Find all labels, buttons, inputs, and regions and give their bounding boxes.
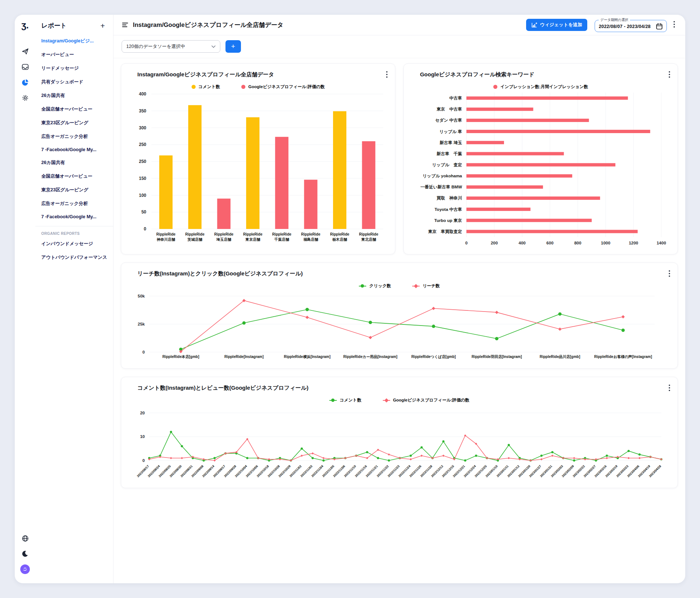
data-point [181, 445, 183, 447]
date-range-field[interactable]: データ期間の選択 2022/08/07 - 2023/04/28 [595, 18, 667, 32]
settings-icon[interactable] [18, 91, 32, 104]
data-point [369, 336, 372, 339]
svg-text:中古車: 中古車 [449, 96, 462, 100]
data-point [366, 451, 368, 453]
chart-card-reach-clicks: リーチ数(Instagram)とクリック数(Googleビジネスプロフィール) … [121, 263, 678, 369]
legend-marker [493, 85, 497, 89]
card-menu-button[interactable] [384, 70, 390, 80]
sidebar-report-item[interactable]: 7 -Facebook/Google My... [35, 143, 113, 156]
organic-reports-label: ORGANIC REPORTS [35, 226, 113, 237]
datasource-select-value: 120個のデータソーを選択中 [126, 44, 185, 50]
date-range-value: 2022/08/07 - 2023/04/28 [599, 24, 651, 29]
sidebar-report-item[interactable]: 広告オーガニック分析 [35, 130, 113, 143]
line-chart-plot: 201002022/08/172022/08/242022/08/252022/… [128, 404, 671, 483]
legend-marker [383, 399, 390, 402]
paper-plane-icon[interactable] [18, 45, 32, 58]
svg-text:RippleRide: RippleRide [214, 232, 234, 236]
app-window: ʒ. レポート + Instagram/Goog [15, 15, 685, 583]
sidebar-report-item[interactable]: 広告オーガニック分析 [35, 197, 113, 211]
data-point [432, 307, 435, 310]
chart-card-comments-reviews: コメント数(Instagram)とレビュー数(Googleビジネスプロフィール)… [121, 377, 678, 488]
toolbar: 120個のデータソーを選択中 + [113, 35, 685, 55]
data-point [442, 455, 444, 457]
sidebar-report-item[interactable]: 26カ国共有 [35, 89, 113, 102]
page-title: Instagram/Googleビジネスプロフィール全店舗データ [133, 21, 284, 29]
page-header: Instagram/Googleビジネスプロフィール全店舗データ ウィジェットを… [113, 15, 685, 35]
data-point [573, 459, 575, 462]
svg-text:一番近い新古車 BMW: 一番近い新古車 BMW [420, 184, 462, 189]
messages-icon[interactable] [18, 60, 32, 73]
data-point [622, 315, 625, 319]
svg-text:350: 350 [139, 108, 146, 114]
data-point [305, 316, 309, 319]
svg-text:リップル 車: リップル 車 [439, 129, 462, 134]
header-menu-button[interactable] [671, 20, 677, 30]
add-datasource-button[interactable]: + [225, 40, 241, 53]
svg-text:RippleRide: RippleRide [156, 232, 176, 236]
legend-item: インプレッション数:月間インプレッション数 [493, 84, 588, 90]
sidebar-report-item[interactable]: 26カ国共有 [35, 156, 113, 170]
legend-marker [412, 284, 420, 288]
sidebar-report-item[interactable]: Instagram/Googleビジ... [35, 34, 113, 48]
bar [466, 97, 628, 100]
data-point [311, 457, 314, 459]
svg-text:神奈川店舗: 神奈川店舗 [156, 237, 175, 241]
svg-text:東京 車買取査定: 東京 車買取査定 [428, 229, 462, 234]
svg-text:東北店舗: 東北店舗 [361, 237, 376, 241]
bar [466, 208, 531, 211]
add-widget-button[interactable]: ウィジェットを追加 [526, 19, 588, 31]
data-point [475, 455, 477, 457]
sidebar-report-item[interactable]: 全国店舗オーバービュー [35, 102, 113, 116]
svg-text:セダン 中古車: セダン 中古車 [435, 118, 462, 123]
svg-text:1000: 1000 [601, 241, 610, 245]
card-menu-button[interactable] [666, 383, 672, 394]
pie-chart-icon[interactable] [18, 76, 32, 89]
chart-title: コメント数(Instagram)とレビュー数(Googleビジネスプロフィール) [137, 385, 671, 392]
card-menu-button[interactable] [666, 269, 672, 279]
svg-text:0: 0 [142, 458, 144, 463]
sidebar-organic-report-item[interactable]: アウトバウンドパフォーマンス [35, 251, 113, 264]
chart-card-all-stores: Instagram/Googleビジネスプロフィール全店舗データ コメント数Go… [121, 63, 395, 254]
card-menu-button[interactable] [666, 70, 672, 80]
sidebar-report-item[interactable]: 7 -Facebook/Google My... [35, 211, 113, 223]
data-point [410, 458, 412, 460]
data-point [551, 451, 553, 453]
datasource-select[interactable]: 120個のデータソーを選択中 [122, 40, 220, 53]
main-area: Instagram/Googleビジネスプロフィール全店舗データ ウィジェットを… [113, 15, 685, 583]
charts-scroll-area[interactable]: Instagram/Googleビジネスプロフィール全店舗データ コメント数Go… [113, 58, 685, 583]
series-line [149, 432, 661, 460]
add-widget-icon [531, 22, 537, 28]
sidebar-report-item[interactable]: 全国店舗オーバービュー [35, 170, 113, 183]
bar [275, 137, 288, 229]
svg-text:千葉店舗: 千葉店舗 [274, 237, 289, 241]
svg-text:250: 250 [139, 159, 146, 164]
data-point [606, 455, 608, 457]
user-avatar[interactable] [18, 563, 32, 576]
avatar [20, 564, 30, 574]
data-point [508, 457, 510, 459]
sidebar-report-item[interactable]: リードメッセージ [35, 62, 113, 75]
add-report-button[interactable]: + [101, 22, 105, 29]
chart-title: リーチ数(Instagram)とクリック数(Googleビジネスプロフィール) [137, 270, 671, 277]
chart-legend: クリック数リーチ数 [128, 283, 671, 289]
svg-text:新古車 千葉: 新古車 千葉 [436, 151, 462, 156]
bar-chart-plot: 400350300250250150100500RippleRide神奈川店舗R… [128, 90, 388, 250]
bar [466, 163, 615, 167]
sidebar-report-item[interactable]: 共有ダッシュボード [35, 75, 113, 89]
sidebar-report-item[interactable]: オーバービュー [35, 48, 113, 62]
dark-mode-icon[interactable] [18, 547, 32, 560]
svg-text:RippleRide本店[gmb]: RippleRide本店[gmb] [162, 355, 199, 359]
calendar-icon[interactable] [656, 23, 663, 30]
bar [159, 156, 172, 229]
sidebar-report-item[interactable]: 東京23区グルーピング [35, 183, 113, 197]
svg-text:福島店舗: 福島店舗 [303, 237, 318, 241]
sidebar-report-item[interactable]: 東京23区グルーピング [35, 116, 113, 130]
line-chart-svg: 50k25k0RippleRide本店[gmb]RippleRide[Insta… [128, 289, 671, 364]
chart-legend: コメント数Googleビジネスプロフィール:評価の数 [128, 84, 388, 90]
globe-icon[interactable] [18, 532, 32, 545]
report-lines-icon[interactable] [122, 21, 129, 28]
data-point [246, 457, 248, 459]
sidebar-organic-report-item[interactable]: インバウンドメッセージ [35, 237, 113, 251]
report-list: Instagram/Googleビジ...オーバービューリードメッセージ共有ダッ… [35, 34, 113, 223]
svg-text:150: 150 [139, 176, 146, 181]
